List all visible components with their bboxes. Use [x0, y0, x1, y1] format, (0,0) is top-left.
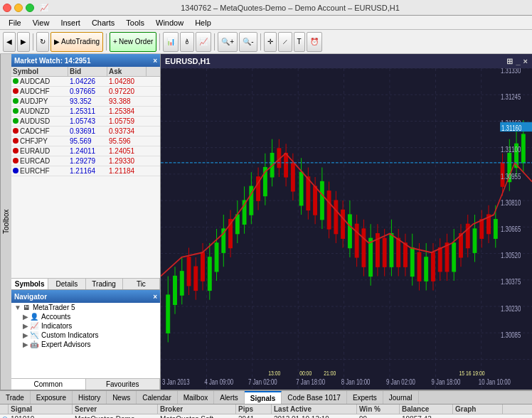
- mw-ask: 1.04280: [107, 77, 147, 86]
- nav-item-custom[interactable]: ▶ 📉 Custom Indicators: [11, 331, 160, 340]
- chart-candle-button[interactable]: 🕯: [180, 32, 194, 52]
- mw-extra: [147, 117, 160, 126]
- tab-exposure[interactable]: Exposure: [31, 391, 73, 404]
- menu-charts[interactable]: Charts: [86, 17, 120, 28]
- mw-row[interactable]: EURAUD 1.24011 1.24051: [11, 146, 160, 156]
- mw-row[interactable]: AUDNZD 1.25311 1.25384: [11, 107, 160, 117]
- custom-icon: 📉: [30, 331, 38, 339]
- signals-rows: ◎ 101010 MetaQuotes-Demo MetaQuotes Soft…: [0, 414, 532, 418]
- svg-text:1.31100: 1.31100: [501, 146, 521, 154]
- zoom-in-button[interactable]: 🔍+: [218, 32, 238, 52]
- maximize-button[interactable]: [26, 4, 34, 12]
- menu-file[interactable]: File: [3, 17, 27, 28]
- tab-calendar[interactable]: Calendar: [137, 391, 178, 404]
- back-button[interactable]: ◀: [3, 32, 16, 52]
- toolbox-side-tab[interactable]: Toolbox: [0, 54, 11, 390]
- autotrading-button[interactable]: ▶ AutoTrading: [50, 32, 103, 52]
- sig-col-server: Server: [73, 404, 158, 414]
- chart-close-button[interactable]: ×: [523, 57, 528, 66]
- tab-news[interactable]: News: [107, 391, 137, 404]
- svg-text:9 Jan 18:00: 9 Jan 18:00: [432, 378, 461, 386]
- minimize-button[interactable]: [14, 4, 23, 12]
- nav-item-accounts[interactable]: ▶ 👤 Accounts: [11, 312, 160, 321]
- svg-text:7 Jan 18:00: 7 Jan 18:00: [296, 378, 325, 386]
- tab-experts[interactable]: Experts: [347, 391, 383, 404]
- mw-tab-symbols[interactable]: Symbols: [11, 279, 48, 289]
- svg-text:1.30085: 1.30085: [501, 331, 521, 339]
- line-button[interactable]: ⟋: [278, 32, 292, 52]
- tab-journal[interactable]: Journal: [383, 391, 419, 404]
- sig-winpct: 99: [357, 414, 400, 418]
- nav-item-metatrader[interactable]: ▼ 🖥 MetaTrader 5: [11, 303, 160, 312]
- navigator-panel: Navigator × ▼ 🖥 MetaTrader 5 ▶ 👤 Account…: [11, 290, 160, 390]
- mw-row[interactable]: EURCHF 1.21164 1.21184: [11, 166, 160, 176]
- text-button[interactable]: T: [294, 32, 305, 52]
- new-order-button[interactable]: + New Order: [110, 32, 156, 52]
- tab-mailbox[interactable]: Mailbox: [178, 391, 214, 404]
- navigator-close[interactable]: ×: [153, 293, 157, 301]
- svg-text:9 Jan 02:00: 9 Jan 02:00: [386, 378, 415, 386]
- mw-ask: 0.97220: [107, 87, 147, 96]
- nav-tab-common[interactable]: Common: [11, 379, 86, 390]
- mw-row[interactable]: AUDCHF 0.97665 0.97220: [11, 87, 160, 97]
- mw-ask: 1.24051: [107, 146, 147, 156]
- mw-row[interactable]: AUDJPY 93.352 93.388: [11, 97, 160, 107]
- chart-bar-button[interactable]: 📊: [163, 32, 179, 52]
- mw-extra: [147, 166, 160, 176]
- menu-window[interactable]: Window: [150, 17, 189, 28]
- menu-view[interactable]: View: [27, 17, 55, 28]
- mw-extra: [147, 136, 160, 146]
- mw-row[interactable]: CHFJPY 95.569 95.596: [11, 136, 160, 146]
- tab-alerts[interactable]: Alerts: [214, 391, 245, 404]
- mw-tab-trading[interactable]: Trading: [86, 279, 123, 289]
- chart-wrapper: EURUSD,H1 ⊞ _ ×: [161, 54, 532, 390]
- bottom-tabs: Trade Exposure History News Calendar Mai…: [0, 390, 532, 404]
- chart-detach-button[interactable]: ⊞: [506, 57, 513, 66]
- nav-item-experts[interactable]: ▶ 🤖 Expert Advisors: [11, 340, 160, 349]
- mw-row[interactable]: AUDCAD 1.04226 1.04280: [11, 77, 160, 87]
- col-symbol: Symbol: [11, 67, 68, 76]
- menu-help[interactable]: Help: [189, 17, 217, 28]
- title-icon: 📈: [40, 4, 48, 11]
- tab-trade[interactable]: Trade: [0, 391, 31, 404]
- mw-row[interactable]: AUDUSD 1.05743 1.05759: [11, 117, 160, 127]
- tab-codebase[interactable]: Code Base 1017: [282, 391, 347, 404]
- tab-signals[interactable]: Signals: [245, 391, 282, 404]
- mw-row[interactable]: EURCAD 1.29279 1.29330: [11, 156, 160, 166]
- mw-tab-tick[interactable]: Tic: [123, 279, 160, 289]
- market-watch-close[interactable]: ×: [153, 57, 157, 65]
- menu-tools[interactable]: Tools: [120, 17, 150, 28]
- svg-text:8 Jan 10:00: 8 Jan 10:00: [341, 378, 371, 386]
- chart-minimize-button[interactable]: _: [516, 57, 520, 66]
- chart-svg: 3 Jan 2013 4 Jan 09:00 7 Jan 02:00 7 Jan…: [161, 68, 532, 390]
- mw-symbol: EURCAD: [11, 156, 68, 166]
- mw-row[interactable]: CADCHF 0.93691 0.93734: [11, 127, 160, 136]
- toolbar-separator-2: [106, 33, 107, 50]
- tab-history[interactable]: History: [73, 391, 107, 404]
- menu-insert[interactable]: Insert: [55, 17, 86, 28]
- chart-canvas[interactable]: 3 Jan 2013 4 Jan 09:00 7 Jan 02:00 7 Jan…: [161, 68, 532, 390]
- signal-row[interactable]: ◎ 101010 MetaQuotes-Demo MetaQuotes Soft…: [0, 414, 532, 418]
- nav-label-experts: Expert Advisors: [41, 341, 90, 348]
- market-watch-table: Symbol Bid Ask AUDCAD 1.04226 1.04280 AU…: [11, 67, 160, 278]
- market-watch-header-row: Symbol Bid Ask: [11, 67, 160, 77]
- svg-text:00:00: 00:00: [299, 370, 312, 377]
- refresh-button[interactable]: ↻: [36, 32, 49, 52]
- chart-line-button[interactable]: 📈: [196, 32, 211, 52]
- forward-button[interactable]: ▶: [17, 32, 30, 52]
- close-button[interactable]: [3, 4, 11, 12]
- nav-expand-experts: ▶: [23, 341, 28, 348]
- period-button[interactable]: ⏰: [307, 32, 322, 52]
- svg-text:3 Jan 2013: 3 Jan 2013: [162, 378, 190, 386]
- mw-symbol: AUDNZD: [11, 107, 68, 116]
- toolbar: ◀ ▶ ↻ ▶ AutoTrading + New Order 📊 🕯 📈 🔍+…: [0, 30, 532, 54]
- zoom-out-button[interactable]: 🔍-: [239, 32, 257, 52]
- mw-tab-details[interactable]: Details: [48, 279, 85, 289]
- crosshair-button[interactable]: ✛: [264, 32, 277, 52]
- col-ask: Ask: [107, 67, 147, 76]
- mw-extra: [147, 146, 160, 156]
- indicators-icon: 📈: [30, 322, 38, 330]
- mw-extra: [147, 97, 160, 106]
- nav-tab-favourites[interactable]: Favourites: [86, 379, 161, 390]
- nav-item-indicators[interactable]: ▶ 📈 Indicators: [11, 321, 160, 331]
